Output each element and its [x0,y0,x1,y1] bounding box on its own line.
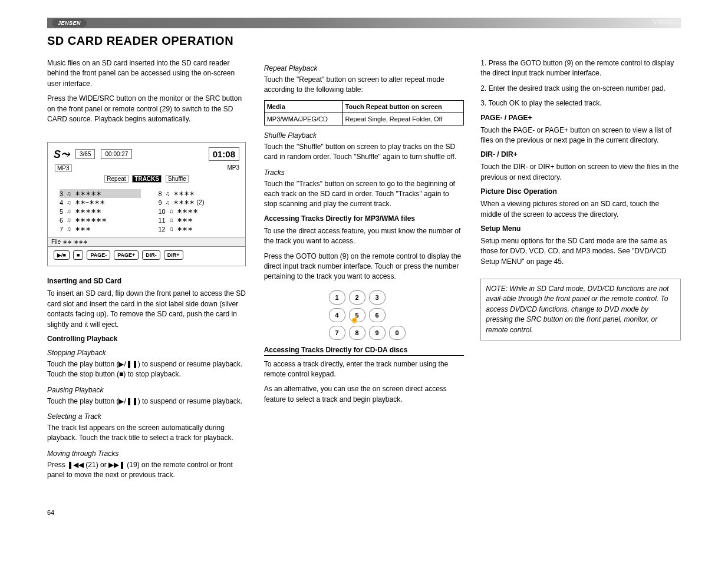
track-num: 4 [60,199,63,206]
keypad-key: 1 [329,290,345,305]
table-cell-action: Repeat Single, Repeat Folder, Off [342,113,464,125]
keypad-row: 1 2 3 [329,290,411,305]
keypad-row: 4 5 6 ☝ [329,308,411,322]
player-button-row: ▶/■ ■ PAGE- PAGE+ DIR- DIR+ [48,247,245,266]
tracks-button-diagram: TRACKS [132,175,162,183]
page-plus-button-diagram: PAGE+ [114,250,139,260]
track-num: 3 [60,190,63,197]
table-head-media: Media [264,100,342,113]
moving-heading: Moving through Tracks [47,449,248,458]
music-note-icon: ♫ [67,217,71,223]
keypad-key: 8 [349,326,365,340]
shuffle-button-diagram: Shuffle [166,175,189,183]
track-title: ∗∗∗ [75,225,91,233]
track-title: ∗∗∗∗∗ [75,207,101,215]
track-row: 4 ♫ ∗∗−∗∗∗ [60,198,141,207]
step-1: 1. Press the GOTO button (9) on the remo… [480,58,681,79]
shuffle-heading: Shuffle Playback [264,131,465,140]
track-num: 8 [159,190,162,197]
track-title: ∗∗∗∗ [177,207,198,215]
track-title: ∗∗∗∗∗ [75,190,101,197]
mp3-access-body-1: To use the direct access feature, you mu… [264,226,465,247]
music-note-icon: ♫ [67,190,71,197]
track-title: ∗∗∗ [177,216,193,224]
selecting-body: The track list appears on the screen aut… [47,423,248,444]
track-row: 7 ♫ ∗∗∗ [60,224,141,233]
music-note-icon: ♫ [169,208,174,214]
brand-badge: JENSEN [52,19,87,27]
setup-heading: Setup Menu [480,224,681,233]
track-col-left: 3 ♫ ∗∗∗∗∗ 4 ♫ ∗∗−∗∗∗ 5 ♫ ∗∗∗∗∗ [60,189,141,233]
keypad-key: 7 [329,326,345,340]
document-page: JENSEN VM9022 SD CARD READER OPERATION M… [0,0,728,540]
step-2: 2. Enter the desired track using the on-… [480,84,681,94]
stopping-body: Touch the play button (▶/❚❚) to suspend … [47,359,248,380]
intro-para-2: Press the WIDE/SRC button on the monitor… [47,94,248,124]
track-row: 3 ♫ ∗∗∗∗∗ [60,189,141,198]
picture-body: When a viewing pictures stored on an SD … [480,199,681,220]
keypad-key: 6 [369,308,386,322]
track-num: 7 [60,226,63,233]
track-row: 12 ♫ ∗∗∗ [159,224,240,233]
cda-access-heading: Accessing Tracks Directly for CD-DA disc… [264,346,465,356]
music-note-icon: ♫ [67,226,71,232]
player-track-grid: 3 ♫ ∗∗∗∗∗ 4 ♫ ∗∗−∗∗∗ 5 ♫ ∗∗∗∗∗ [48,186,245,237]
player-mode-row: Repeat TRACKS Shuffle [48,174,245,186]
page-title: SD CARD READER OPERATION [47,34,681,48]
insert-heading: Inserting and SD Card [47,277,248,285]
track-col-right: 8 ♫ ∗∗∗∗ 9 ♫ ∗∗∗∗ (2) 10 ♫ ∗∗∗∗ [159,189,240,233]
track-row: 9 ♫ ∗∗∗∗ (2) [159,198,240,207]
track-title: ∗∗∗ [177,225,193,233]
repeat-body: Touch the "Repeat" button on screen to a… [264,75,465,95]
keypad-key: 9 [369,326,386,340]
moving-body: Press ❚◀◀ (21) or ▶▶❚ (19) on the remote… [47,460,248,481]
cursor-hand-icon: ☝ [350,315,359,323]
music-note-icon: ♫ [166,190,170,197]
picture-heading: Picture Disc Operation [480,187,681,196]
column-1: Music files on an SD card inserted into … [47,58,248,485]
track-title: ∗∗∗∗∗∗ [75,216,107,224]
track-row: 5 ♫ ∗∗∗∗∗ [60,207,141,216]
track-num: 6 [60,217,63,224]
intro-para-1: Music files on an SD card inserted into … [47,58,248,89]
column-3: 1. Press the GOTO button (9) on the remo… [480,58,681,485]
player-play-button-diagram: ▶/■ [54,250,70,260]
dir-minus-button-diagram: DIR- [142,250,160,260]
keypad-key: 4 [329,308,345,322]
page-nav-heading: PAGE- / PAGE+ [480,114,681,122]
page-number: 64 [47,509,681,516]
repeat-button-diagram: Repeat [104,175,128,183]
repeat-heading: Repeat Playback [264,64,465,72]
track-title: ∗∗∗∗ (2) [173,199,205,206]
track-counter: 3/65 [75,149,95,159]
mp3-access-body-2: Press the GOTO button (9) on the remote … [264,252,465,282]
player-stop-button-diagram: ■ [73,250,83,260]
track-title: ∗∗−∗∗∗ [75,199,105,206]
stopping-heading: Stopping Playback [47,349,248,357]
music-note-icon: ♫ [67,199,71,206]
track-row: 10 ♫ ∗∗∗∗ [159,207,240,216]
file-type-right: MP3 [227,164,239,172]
setup-body: Setup menu options for the SD Card mode … [480,236,681,267]
repeat-table: Media Touch Repeat button on screen MP3/… [264,100,465,125]
page-nav-body: Touch the PAGE- or PAGE+ button on scree… [480,125,681,146]
keypad-diagram: 1 2 3 4 5 6 ☝ 7 8 9 0 [329,290,411,340]
selecting-heading: Selecting a Track [47,412,248,421]
music-note-icon: ♫ [169,226,174,232]
track-row: 8 ♫ ∗∗∗∗ [159,189,240,198]
pausing-body: Touch the play button (▶/❚❚) to suspend … [47,396,248,406]
step-3: 3. Touch OK to play the selected track. [480,98,681,108]
cda-access-body-2: As an alternative, you can use the on sc… [264,384,465,405]
tracks-heading: Tracks [264,168,465,177]
cda-access-body-1: To access a track directly, enter the tr… [264,359,465,380]
music-note-icon: ♫ [166,199,170,206]
track-row: 6 ♫ ∗∗∗∗∗∗ [60,216,141,224]
keypad-key: 0 [389,326,406,340]
tracks-body: Touch the "Tracks" button on screen to g… [264,179,465,210]
dir-nav-body: Touch the DIR- or DIR+ button on screen … [480,162,681,183]
table-head-action: Touch Repeat button on screen [342,100,464,113]
sd-logo-icon: S⤳ [54,148,70,161]
sd-player-diagram: S⤳ 3/65 00:00:27 01:08 MP3 MP3 Repeat TR… [47,142,246,266]
dir-plus-button-diagram: DIR+ [164,250,183,260]
keypad-row: 7 8 9 0 [329,326,411,340]
